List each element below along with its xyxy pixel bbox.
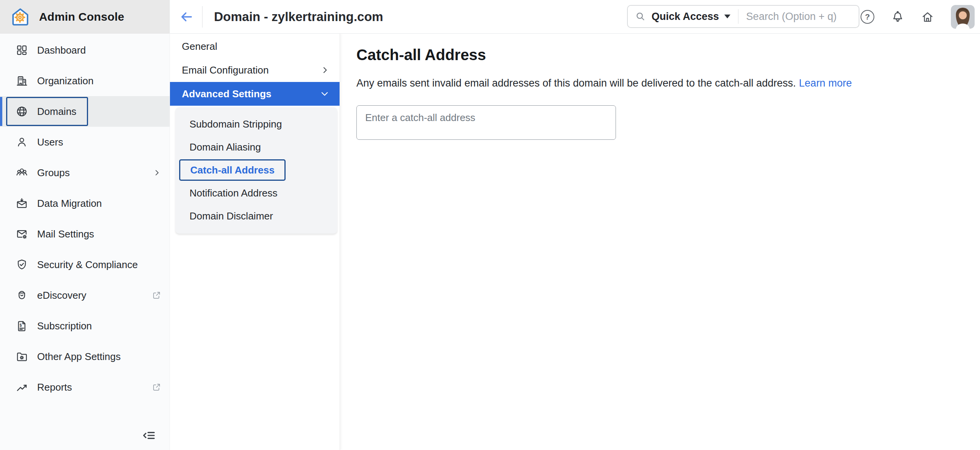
sidebar-item-label: Users: [37, 136, 63, 148]
sidebar-item-label: Mail Settings: [37, 228, 94, 240]
mail-gear-icon: [16, 228, 28, 240]
caret-down-icon: [724, 15, 730, 18]
sidebar-item-dashboard[interactable]: Dashboard: [0, 35, 170, 65]
sidebar-item-domains[interactable]: Domains: [0, 96, 170, 127]
primary-sidebar: Admin Console Dashboard: [0, 0, 170, 450]
subnav-item-domain-aliasing[interactable]: Domain Aliasing: [175, 136, 337, 159]
chevron-right-icon: [320, 65, 330, 75]
person-icon: [16, 136, 28, 148]
admin-console-app: Admin Console Dashboard: [0, 0, 980, 450]
shield-check-icon: [16, 259, 28, 271]
bell-icon[interactable]: [891, 10, 904, 23]
avatar[interactable]: [951, 5, 975, 29]
sidebar-item-security-compliance[interactable]: Security & Compliance: [0, 249, 170, 280]
building-icon: [16, 75, 28, 87]
app-title: Admin Console: [39, 10, 124, 23]
catch-all-address-input[interactable]: [356, 105, 616, 140]
subnav-item-domain-disclaimer[interactable]: Domain Disclaimer: [175, 205, 337, 227]
sidebar-item-label: eDiscovery: [37, 290, 87, 301]
subnav-item-general[interactable]: General: [170, 34, 340, 58]
sidebar-item-label: Domains: [37, 106, 77, 118]
svg-text:$: $: [20, 323, 22, 327]
sidebar-item-data-migration[interactable]: Data Migration: [0, 188, 170, 219]
subnav-item-notification-address[interactable]: Notification Address: [175, 182, 337, 205]
sidebar-item-reports[interactable]: Reports: [0, 372, 170, 403]
folder-gear-icon: [16, 350, 28, 363]
advanced-settings-group: Subdomain Stripping Domain Aliasing Catc…: [175, 107, 337, 234]
subnav-item-advanced-settings[interactable]: Advanced Settings: [170, 82, 340, 106]
chevron-down-icon: [320, 89, 330, 99]
globe-icon: [16, 105, 28, 118]
subnav-item-label: Email Configuration: [182, 64, 269, 76]
archive-jar-icon: [16, 289, 28, 301]
sidebar-item-subscription[interactable]: $ Subscription: [0, 311, 170, 341]
page-title: Domain - zylkertraining.com: [214, 10, 383, 24]
section-title: Catch-all Address: [356, 46, 980, 64]
search-icon: [635, 11, 646, 22]
sidebar-item-label: Data Migration: [37, 198, 102, 209]
external-link-icon: [152, 383, 161, 392]
sidebar-item-ediscovery[interactable]: eDiscovery: [0, 280, 170, 311]
house-gear-logo-icon: [10, 7, 31, 27]
subnav-item-email-configuration[interactable]: Email Configuration: [170, 58, 340, 82]
sidebar-item-other-app-settings[interactable]: Other App Settings: [0, 341, 170, 372]
header-icon-group: ?: [861, 0, 980, 34]
sidebar-item-label: Reports: [37, 381, 72, 393]
search-input[interactable]: [746, 11, 852, 23]
quick-access-dropdown[interactable]: Quick Access: [652, 11, 719, 23]
sidebar-item-label: Dashboard: [37, 44, 86, 56]
sidebar-item-users[interactable]: Users: [0, 127, 170, 157]
chevron-right-icon: [153, 169, 161, 177]
top-header: Domain - zylkertraining.com Quick Access…: [170, 0, 980, 34]
sidebar-collapse-button[interactable]: [141, 427, 158, 444]
section-description: Any emails sent invalid email addresses …: [356, 77, 980, 89]
sidebar-item-groups[interactable]: Groups: [0, 157, 170, 188]
collapse-menu-icon: [142, 428, 157, 443]
arrow-left-icon: [179, 10, 194, 24]
search-divider: [738, 9, 738, 24]
sidebar-item-label: Security & Compliance: [37, 259, 138, 271]
sidebar-item-label: Other App Settings: [37, 351, 121, 363]
description-text: Any emails sent invalid email addresses …: [356, 77, 796, 89]
home-icon[interactable]: [921, 10, 934, 23]
sidebar-item-label: Groups: [37, 167, 70, 179]
subnav-item-label: Advanced Settings: [182, 88, 271, 100]
learn-more-link[interactable]: Learn more: [799, 77, 852, 89]
sidebar-item-label: Subscription: [37, 320, 92, 332]
global-search-box: Quick Access: [627, 5, 859, 28]
help-icon[interactable]: ?: [861, 10, 874, 24]
sidebar-nav: Dashboard Organization: [0, 34, 170, 403]
sidebar-item-organization[interactable]: Organization: [0, 65, 170, 96]
subnav-item-label: General: [182, 41, 217, 52]
back-button[interactable]: [179, 10, 194, 24]
sidebar-item-label: Organization: [37, 75, 93, 87]
logo-area: Admin Console: [0, 0, 170, 34]
external-link-icon: [152, 291, 161, 300]
catch-all-address-panel: Catch-all Address Any emails sent invali…: [340, 34, 980, 450]
sidebar-item-mail-settings[interactable]: Mail Settings: [0, 219, 170, 249]
dashboard-grid-icon: [16, 44, 28, 56]
header-divider: [202, 6, 203, 28]
mail-download-icon: [16, 197, 28, 209]
people-group-icon: [16, 167, 28, 179]
subnav-item-catch-all-address[interactable]: Catch-all Address: [179, 159, 286, 181]
invoice-dollar-icon: $: [16, 320, 28, 332]
trending-up-icon: [16, 381, 28, 393]
subnav-item-subdomain-stripping[interactable]: Subdomain Stripping: [175, 113, 337, 136]
domain-settings-subnav: General Email Configuration Advanced Set…: [170, 34, 340, 450]
